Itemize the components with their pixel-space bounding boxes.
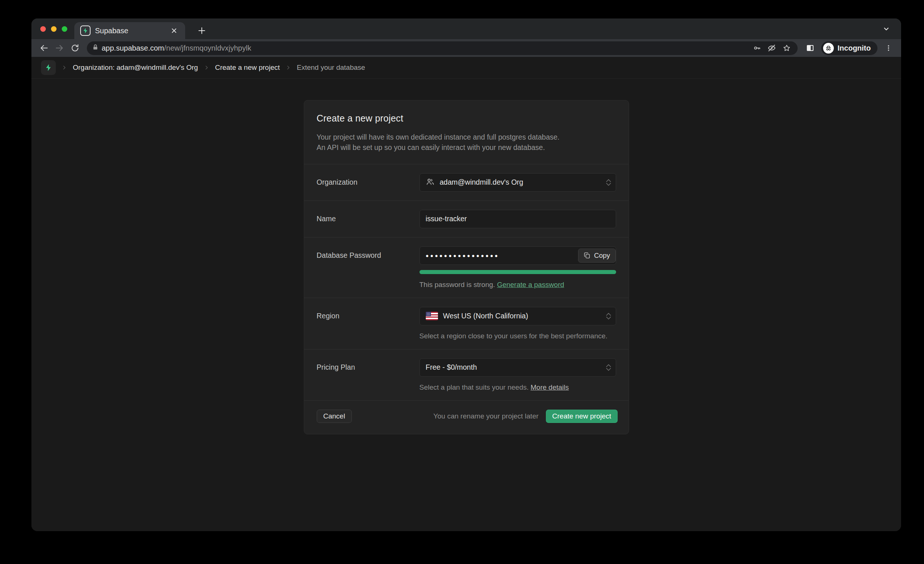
password-note: This password is strong. Generate a pass… <box>420 281 616 289</box>
copy-label: Copy <box>594 251 610 260</box>
password-row: Database Password ●●●●●●●●●●●●●●●● Copy … <box>304 238 629 298</box>
pricing-select[interactable]: Free - $0/month <box>420 358 616 377</box>
supabase-page: Organization: adam@windmill.dev's Org Cr… <box>32 57 901 531</box>
eye-slash-icon[interactable] <box>766 42 778 54</box>
https-lock-icon <box>92 44 99 52</box>
generate-password-link[interactable]: Generate a password <box>497 281 564 289</box>
incognito-label: Incognito <box>837 44 871 52</box>
url-domain: app.supabase.com <box>102 44 164 52</box>
password-label: Database Password <box>317 246 420 260</box>
rename-note: You can rename your project later <box>358 412 539 420</box>
panel-header: Create a new project Your project will h… <box>304 100 629 164</box>
chevron-right-icon <box>204 65 209 70</box>
traffic-lights <box>40 18 67 39</box>
region-select[interactable]: West US (North California) <box>420 307 616 325</box>
copy-password-button[interactable]: Copy <box>578 248 615 263</box>
browser-tab-supabase[interactable]: Supabase <box>74 22 185 39</box>
project-name-value: issue-tracker <box>426 215 467 223</box>
tab-search-chevron-icon[interactable] <box>883 18 890 39</box>
users-icon <box>426 177 435 188</box>
pricing-help: Select a plan that suits your needs. <box>420 383 529 391</box>
url-path: /new/jfnsmqoynldvxjyhpylk <box>164 44 251 52</box>
breadcrumb-item-organization[interactable]: Organization: adam@windmill.dev's Org <box>73 64 198 72</box>
pricing-help-text: Select a plan that suits your needs. Mor… <box>420 383 616 392</box>
chevron-right-icon <box>62 65 67 70</box>
more-details-link[interactable]: More details <box>531 383 569 391</box>
project-name-input[interactable]: issue-tracker <box>420 210 616 228</box>
organization-select[interactable]: adam@windmill.dev's Org <box>420 173 616 192</box>
browser-toolbar: app.supabase.com/new/jfnsmqoynldvxjyhpyl… <box>32 39 901 57</box>
organization-value: adam@windmill.dev's Org <box>440 178 524 187</box>
cancel-button[interactable]: Cancel <box>317 410 352 423</box>
name-label: Name <box>317 210 420 223</box>
create-project-panel: Create a new project Your project will h… <box>304 100 629 434</box>
desktop-background: Supabase <box>0 0 924 564</box>
back-icon[interactable] <box>38 41 51 55</box>
chevron-right-icon <box>286 65 291 70</box>
create-new-project-button[interactable]: Create new project <box>546 410 617 423</box>
password-key-icon[interactable] <box>751 42 763 54</box>
forward-icon[interactable] <box>53 41 66 55</box>
breadcrumb-item-extend-database[interactable]: Extend your database <box>297 64 365 72</box>
browser-window: Supabase <box>32 18 901 531</box>
minimize-window-button[interactable] <box>51 26 57 32</box>
copy-icon <box>584 252 591 259</box>
breadcrumb-item-create-project[interactable]: Create a new project <box>215 64 280 72</box>
panel-footer: Cancel You can rename your project later… <box>304 401 629 434</box>
database-password-input[interactable]: ●●●●●●●●●●●●●●●● Copy <box>420 246 616 265</box>
us-flag-icon <box>426 312 438 320</box>
pricing-value: Free - $0/month <box>426 363 477 372</box>
bookmark-star-icon[interactable] <box>781 42 792 54</box>
tab-strip: Supabase <box>32 18 901 39</box>
select-chevrons-icon <box>606 307 611 325</box>
subtitle-line-2: An API will be set up so you can easily … <box>317 142 616 153</box>
close-window-button[interactable] <box>40 26 46 32</box>
breadcrumb: Organization: adam@windmill.dev's Org Cr… <box>32 57 901 79</box>
region-help-text: Select a region close to your users for … <box>420 332 616 340</box>
organization-row: Organization adam@windmill.dev's Org <box>304 165 629 200</box>
select-chevrons-icon <box>606 358 611 377</box>
strength-text: This password is strong. <box>420 281 495 289</box>
region-label: Region <box>317 307 420 320</box>
new-tab-button[interactable] <box>193 22 210 39</box>
url-bar[interactable]: app.supabase.com/new/jfnsmqoynldvxjyhpyl… <box>87 41 798 55</box>
reload-icon[interactable] <box>68 41 82 55</box>
password-masked-value: ●●●●●●●●●●●●●●●● <box>426 253 573 259</box>
select-chevrons-icon <box>606 173 611 192</box>
name-row: Name issue-tracker <box>304 201 629 237</box>
incognito-badge: Incognito <box>821 41 878 55</box>
region-row: Region West US (North California) Select… <box>304 298 629 349</box>
region-value: West US (North California) <box>443 312 528 320</box>
incognito-icon <box>823 43 834 54</box>
supabase-favicon-icon <box>80 25 90 36</box>
pricing-label: Pricing Plan <box>317 358 420 372</box>
maximize-window-button[interactable] <box>62 26 67 32</box>
password-strength-bar <box>420 270 616 274</box>
page-title: Create a new project <box>317 113 616 124</box>
supabase-logo-icon[interactable] <box>41 60 56 75</box>
url-text: app.supabase.com/new/jfnsmqoynldvxjyhpyl… <box>102 44 748 52</box>
organization-label: Organization <box>317 173 420 187</box>
side-panel-icon[interactable] <box>804 41 817 55</box>
pricing-row: Pricing Plan Free - $0/month Select a pl… <box>304 349 629 400</box>
panel-subtitle: Your project will have its own dedicated… <box>317 132 616 153</box>
subtitle-line-1: Your project will have its own dedicated… <box>317 132 616 142</box>
tab-close-icon[interactable] <box>169 25 179 36</box>
browser-menu-icon[interactable] <box>882 41 895 55</box>
tab-title: Supabase <box>95 27 165 35</box>
